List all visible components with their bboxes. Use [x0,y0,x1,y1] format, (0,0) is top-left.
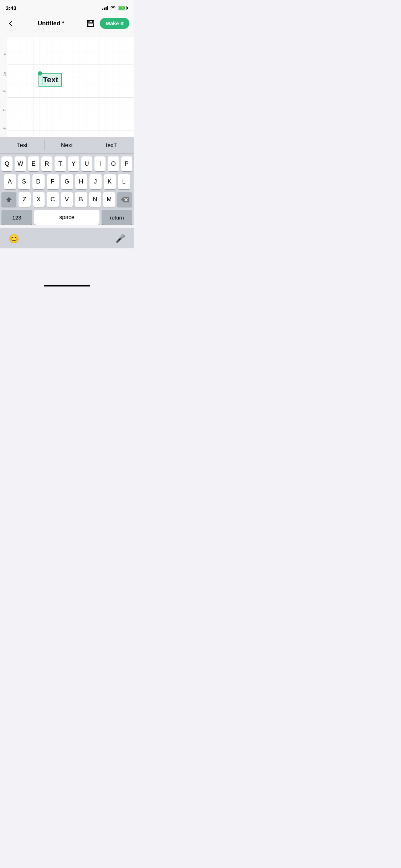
keyboard-row-3: Z X C V B N M [0,192,134,207]
nav-actions: Make It [85,18,129,29]
ruler-mark-6: 6 [0,53,7,56]
svg-rect-6 [88,24,93,26]
key-j[interactable]: J [89,174,102,189]
status-bar: 3:43 ⚡ [0,0,134,16]
grid-background [0,31,134,137]
emoji-button[interactable]: 😊 [9,234,19,244]
key-i[interactable]: I [94,156,106,171]
autocomplete-bar: Test Next texT [0,137,134,154]
keyboard-row-1: Q W E R T Y U I O P [0,156,134,171]
signal-icon [102,6,108,10]
key-f[interactable]: F [47,174,59,189]
system-bottom-bar: 😊 🎤 [0,228,134,248]
back-chevron-icon [9,21,14,26]
key-v[interactable]: V [61,192,73,207]
backspace-icon [121,197,129,202]
key-m[interactable]: M [103,192,115,207]
key-b[interactable]: B [75,192,87,207]
keyboard-bottom-row: 123 space return [0,210,134,225]
back-button[interactable] [4,17,17,30]
canvas-text-element[interactable]: Text [38,73,62,87]
key-o[interactable]: O [108,156,119,171]
ruler-top [7,31,134,37]
key-p[interactable]: P [121,156,132,171]
key-l[interactable]: L [118,174,130,189]
svg-rect-5 [89,20,92,23]
svg-marker-10 [6,197,12,202]
key-w[interactable]: W [15,156,26,171]
autocomplete-item-2[interactable]: texT [89,137,134,153]
text-label: Text [38,73,62,87]
key-z[interactable]: Z [19,192,31,207]
keyboard: Q W E R T Y U I O P A S D F G H J K L Z … [0,154,134,225]
text-cursor-line [42,76,42,85]
status-icons: ⚡ [102,6,128,10]
canvas-area[interactable]: 6 8 10 12 14 16 Text [0,31,134,137]
autocomplete-item-0[interactable]: Test [0,137,45,153]
numbers-key[interactable]: 123 [1,210,32,225]
make-it-button[interactable]: Make It [100,18,129,29]
home-indicator [44,285,90,286]
ruler-mark-16: 16 [0,127,7,130]
shift-icon [6,196,12,203]
key-x[interactable]: X [33,192,45,207]
key-g[interactable]: G [61,174,73,189]
ruler-mark-10: 10 [0,90,7,93]
page-title: Untitled * [38,20,65,27]
key-r[interactable]: R [41,156,52,171]
nav-bar: Untitled * Make It [0,16,134,31]
ruler-mark-14: 14 [0,108,7,112]
key-c[interactable]: C [47,192,59,207]
text-cursor-dot [38,71,42,76]
key-a[interactable]: A [4,174,16,189]
key-d[interactable]: D [32,174,45,189]
keyboard-row-2: A S D F G H J K L [0,174,134,189]
ruler-left: 6 8 10 12 14 16 [0,31,7,137]
autocomplete-item-1[interactable]: Next [45,137,89,153]
svg-rect-2 [106,7,107,10]
key-h[interactable]: H [75,174,87,189]
shift-key[interactable] [1,192,16,207]
key-t[interactable]: T [55,156,66,171]
backspace-key[interactable] [117,192,132,207]
key-k[interactable]: K [104,174,116,189]
save-icon [87,20,94,27]
battery-icon: ⚡ [118,6,128,10]
key-u[interactable]: U [81,156,92,171]
key-e[interactable]: E [28,156,39,171]
return-key[interactable]: return [102,210,132,225]
status-time: 3:43 [6,5,16,11]
wifi-icon [110,6,116,10]
svg-rect-3 [107,6,108,10]
space-key[interactable]: space [34,210,99,225]
svg-rect-1 [104,8,105,10]
key-n[interactable]: N [89,192,101,207]
svg-rect-9 [7,37,134,137]
key-q[interactable]: Q [1,156,12,171]
ruler-mark-12: 12 [1,73,7,77]
save-button[interactable] [85,18,96,29]
microphone-button[interactable]: 🎤 [115,234,125,243]
svg-rect-0 [102,9,103,10]
key-s[interactable]: S [18,174,30,189]
svg-rect-7 [89,21,90,22]
key-y[interactable]: Y [68,156,79,171]
text-value: Text [43,75,58,84]
